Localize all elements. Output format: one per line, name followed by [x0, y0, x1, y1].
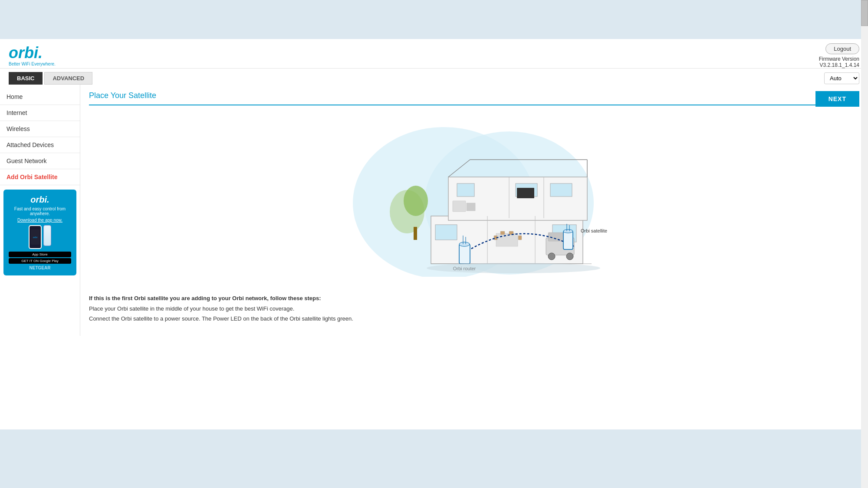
svg-rect-20	[467, 203, 475, 211]
orbi-satellite-label: Orbi satellite	[581, 228, 607, 233]
promo-netgear-label: NETGEAR	[9, 265, 71, 270]
svg-point-28	[548, 253, 555, 260]
svg-rect-32	[459, 244, 470, 264]
svg-point-4	[404, 186, 428, 216]
svg-rect-36	[563, 231, 573, 249]
instructions-area: If this is the first Orbi satellite you …	[89, 290, 859, 329]
svg-rect-3	[414, 227, 417, 240]
svg-rect-25	[500, 231, 505, 235]
svg-point-33	[459, 242, 470, 246]
page-title: Place Your Satellite	[89, 91, 859, 100]
app-promo-banner: orbi. Fast and easy control from anywher…	[3, 190, 76, 275]
svg-point-41	[427, 263, 600, 273]
blue-divider	[89, 105, 859, 105]
instruction-step-2: Connect the Orbi satellite to a power so…	[89, 314, 859, 323]
header: orbi. Better WiFi Everywhere. Logout Fir…	[0, 39, 868, 69]
tab-basic[interactable]: BASIC	[9, 72, 43, 85]
scrollbar-thumb[interactable]	[861, 0, 868, 26]
svg-rect-16	[550, 183, 572, 197]
promo-orbi-logo: orbi.	[9, 195, 71, 205]
firmware-label: Firmware Version	[819, 56, 859, 62]
sidebar: Home Internet Wireless Attached Devices …	[0, 85, 80, 336]
svg-point-37	[563, 229, 573, 233]
svg-rect-19	[453, 201, 466, 212]
sidebar-item-home[interactable]: Home	[0, 89, 80, 105]
svg-rect-17	[435, 225, 457, 240]
main-container: orbi. Better WiFi Everywhere. Logout Fir…	[0, 39, 868, 429]
orbi-logo: orbi.	[9, 45, 56, 61]
nav-tabs: BASIC ADVANCED Auto Manual	[0, 69, 868, 85]
logout-button[interactable]: Logout	[825, 43, 859, 54]
tab-advanced[interactable]: ADVANCED	[44, 72, 92, 85]
next-button[interactable]: NEXT	[815, 91, 859, 107]
firmware-version: V3.2.18.1_1.4.14	[820, 62, 859, 68]
sidebar-item-add-orbi-satellite[interactable]: Add Orbi Satellite	[0, 169, 80, 185]
sidebar-item-wireless[interactable]: Wireless	[0, 121, 80, 137]
scrollbar[interactable]	[861, 0, 868, 429]
phone-mockup: orbi	[29, 225, 42, 249]
diagram-area: Orbi router Orbi satellite	[89, 112, 859, 281]
main-content: Place Your Satellite NEXT	[80, 85, 868, 336]
google-play-button[interactable]: GET IT ON Google Play	[9, 258, 71, 264]
svg-rect-22	[496, 233, 518, 246]
promo-subtitle: Fast and easy control from anywhere.	[9, 206, 71, 216]
instruction-step-1: Place your Orbi satellite in the middle …	[89, 305, 859, 313]
sidebar-item-guest-network[interactable]: Guest Network	[0, 153, 80, 169]
house-diagram-svg: Orbi router Orbi satellite	[322, 116, 626, 277]
promo-download-link[interactable]: Download the app now.	[9, 218, 71, 223]
firmware-info: Firmware Version V3.2.18.1_1.4.14	[819, 56, 859, 68]
content-area: Home Internet Wireless Attached Devices …	[0, 85, 868, 336]
svg-rect-14	[457, 183, 474, 197]
logo-tagline: Better WiFi Everywhere.	[9, 62, 56, 66]
app-store-button[interactable]: App Store	[9, 252, 71, 257]
top-bar	[0, 0, 868, 39]
promo-phone-area: orbi	[9, 225, 71, 249]
instructions-bold-line: If this is the first Orbi satellite you …	[89, 295, 321, 301]
logo-area: orbi. Better WiFi Everywhere.	[9, 45, 56, 66]
header-right: Logout Firmware Version V3.2.18.1_1.4.14	[819, 43, 859, 68]
sidebar-item-internet[interactable]: Internet	[0, 105, 80, 121]
svg-rect-24	[518, 236, 522, 240]
svg-rect-21	[517, 188, 534, 198]
auto-select-dropdown[interactable]: Auto Manual	[824, 72, 859, 84]
svg-point-29	[566, 253, 573, 260]
sidebar-item-attached-devices[interactable]: Attached Devices	[0, 137, 80, 153]
